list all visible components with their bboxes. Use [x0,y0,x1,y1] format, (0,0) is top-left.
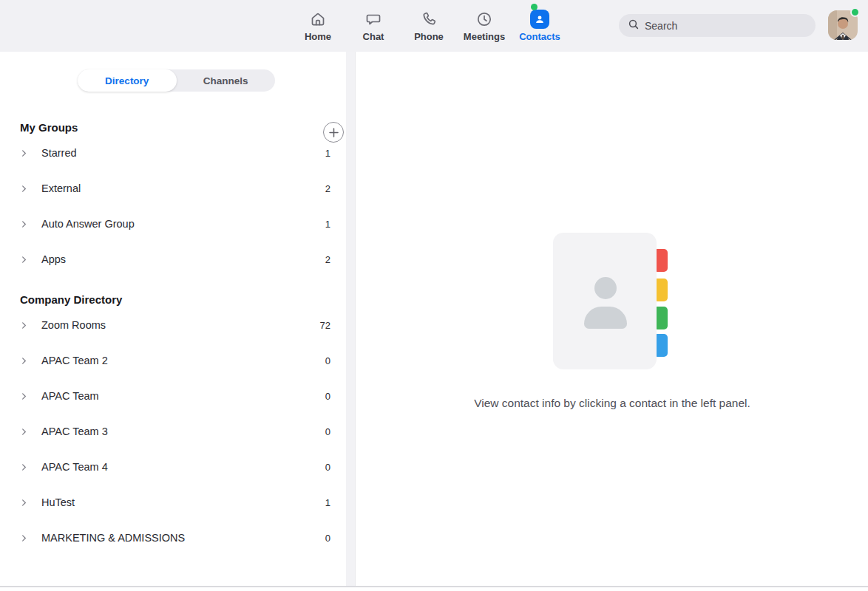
section-title-company-directory: Company Directory [20,293,345,306]
groups-list: My Groups Starred 1 External 2 Auto Answ… [0,92,345,556]
profile-avatar[interactable] [828,10,858,40]
group-row-apac-team-2[interactable]: APAC Team 2 0 [0,343,345,378]
group-row-hutest[interactable]: HuTest 1 [0,485,345,520]
group-label: Apps [41,253,316,265]
directory-channels-switch: Directory Channels [78,69,275,92]
group-row-auto-answer-group[interactable]: Auto Answer Group 1 [0,206,345,242]
nav-label-contacts: Contacts [519,31,560,42]
group-count: 0 [316,462,330,473]
contacts-badge [530,10,549,29]
person-silhouette-body [584,307,627,329]
group-row-external[interactable]: External 2 [0,171,345,206]
main-nav: Home Chat Phone [292,7,566,47]
chevron-right-icon [20,357,30,365]
chevron-right-icon [20,463,30,471]
group-count: 1 [316,219,330,230]
chevron-right-icon [20,534,30,542]
group-row-apac-team[interactable]: APAC Team 0 [0,378,345,414]
nav-label-home: Home [305,31,331,42]
search-input[interactable]: Search [619,14,816,37]
group-row-zoom-rooms[interactable]: Zoom Rooms 72 [0,307,345,343]
group-count: 0 [316,355,330,366]
contacts-notification-dot [531,4,538,10]
search-icon [628,18,640,33]
group-label: APAC Team 4 [41,461,316,473]
tab-meetings[interactable]: Meetings [458,7,510,47]
tab-home[interactable]: Home [292,7,344,47]
chevron-right-icon [20,185,30,193]
group-label: APAC Team [41,390,316,402]
group-label: APAC Team 2 [41,355,316,366]
sidebar-scrollbar-track[interactable] [346,52,355,586]
group-row-starred[interactable]: Starred 1 [0,135,345,171]
group-count: 0 [316,426,330,437]
contact-book-illustration [553,233,671,369]
window-bottom-edge [0,586,868,587]
contacts-icon [530,9,549,30]
group-count: 2 [316,183,330,194]
group-row-marketing-admissions[interactable]: MARKETING & ADMISSIONS 0 [0,520,345,556]
group-label: Auto Answer Group [41,218,316,230]
phone-icon [420,9,438,30]
top-bar: Home Chat Phone [0,0,868,52]
person-silhouette-head [594,277,617,299]
tab-chat[interactable]: Chat [347,7,399,47]
chevron-right-icon [20,149,30,157]
group-count: 0 [316,391,330,402]
zoom-client-window: Home Chat Phone [0,0,868,591]
group-label: MARKETING & ADMISSIONS [41,532,316,544]
chevron-right-icon [20,392,30,400]
section-title-my-groups: My Groups [20,121,345,134]
meetings-icon [475,9,493,30]
chevron-right-icon [20,220,30,228]
group-label: APAC Team 3 [41,426,316,437]
group-row-apac-team-3[interactable]: APAC Team 3 0 [0,414,345,449]
group-count: 0 [316,533,330,544]
tab-channels[interactable]: Channels [177,69,276,92]
chat-icon [365,9,382,30]
search-placeholder: Search [645,20,677,32]
chevron-right-icon [20,256,30,264]
group-label: Zoom Rooms [41,319,316,331]
book-cover [553,233,657,369]
group-label: HuTest [41,496,316,508]
contacts-sidebar: Directory Channels My Groups Starred 1 E… [0,52,356,586]
avatar-online-status-dot [850,7,860,17]
home-icon [309,9,327,30]
nav-label-chat: Chat [363,31,384,42]
nav-label-meetings: Meetings [464,31,505,42]
nav-label-phone: Phone [414,31,444,42]
tab-directory[interactable]: Directory [78,69,177,92]
group-count: 1 [316,497,330,508]
group-count: 2 [316,254,330,265]
group-label: Starred [41,147,316,159]
contact-detail-panel: View contact info by clicking a contact … [356,52,868,586]
chevron-right-icon [20,499,30,507]
group-count: 1 [316,148,330,159]
tab-contacts[interactable]: Contacts [514,7,566,47]
empty-state-text: View contact info by clicking a contact … [474,397,750,410]
group-row-apps[interactable]: Apps 2 [0,242,345,277]
tab-phone[interactable]: Phone [403,7,455,47]
chevron-right-icon [20,321,30,329]
chevron-right-icon [20,428,30,436]
group-label: External [41,182,316,194]
group-count: 72 [316,320,330,331]
group-row-apac-team-4[interactable]: APAC Team 4 0 [0,449,345,485]
